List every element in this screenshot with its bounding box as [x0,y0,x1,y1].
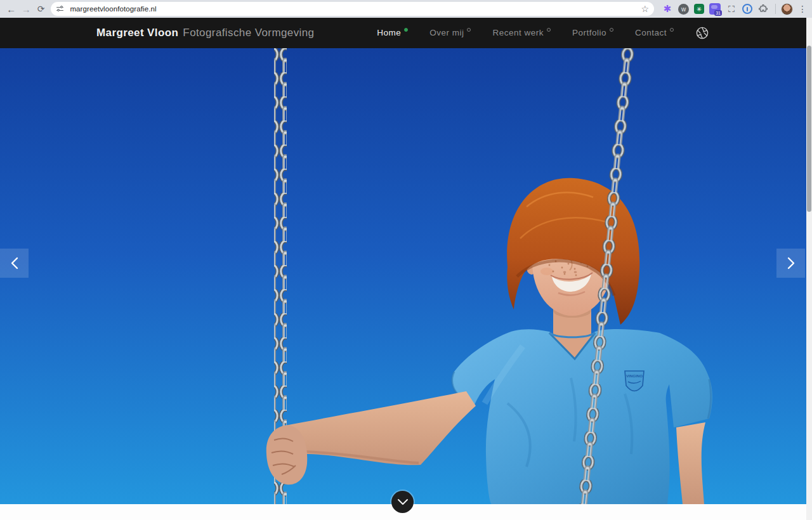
inactive-ring-icon [670,28,674,32]
extensions-row: ✱ w ✳ 31 ⛶ [662,3,776,15]
nav-item-portfolio[interactable]: Portfolio [572,27,613,39]
bookmark-star-icon[interactable]: ☆ [641,4,649,14]
address-bar[interactable]: margreetvloonfotografie.nl ☆ [51,2,654,16]
calendar-extension-icon[interactable]: 31 [709,3,721,15]
page-scrollbar-thumb[interactable] [807,46,811,212]
chevron-left-icon [10,256,20,270]
carousel-prev-button[interactable] [0,249,29,278]
nav-item-over-mij[interactable]: Over mij [429,27,471,39]
site-header: Margreet Vloon Fotografische Vormgeving … [0,18,806,48]
carousel-next-button[interactable] [776,249,805,278]
chevron-down-icon [397,498,409,506]
url-text[interactable]: margreetvloonfotografie.nl [70,5,641,13]
nav-item-recent-werk[interactable]: Recent werk [492,27,551,39]
reload-button[interactable]: ⟳ [34,1,48,16]
camera-aperture-icon[interactable] [695,26,709,40]
nav-item-home[interactable]: Home [377,27,408,39]
inactive-ring-icon [547,28,551,32]
shirt-logo-text: VINGINO [626,374,643,378]
screenshot-extension-icon[interactable]: ⛶ [726,3,737,15]
green-extension-icon[interactable]: ✳ [694,4,704,14]
brand-primary: Margreet Vloon [96,27,178,39]
main-navigation: Home Over mij Recent werk Portfolio Cont… [377,18,709,48]
shirt-brand-badge: VINGINO [625,371,644,391]
browser-toolbar: ← → ⟳ margreetvloonfotografie.nl ☆ ✱ w ✳… [0,0,812,18]
scroll-down-button[interactable] [391,491,414,513]
site-settings-icon[interactable] [56,4,65,14]
cloud-icon [711,5,717,9]
inactive-ring-icon [467,28,471,32]
toolbar-divider [775,4,776,14]
active-dot-icon [404,28,408,32]
nav-label: Portfolio [572,27,606,39]
forward-button[interactable]: → [18,1,33,16]
chevron-right-icon [786,256,796,270]
nav-item-contact[interactable]: Contact [635,27,674,39]
back-button[interactable]: ← [4,1,18,16]
nav-label: Over mij [429,27,464,39]
nav-label: Recent werk [492,27,544,39]
hero-photo-boy-on-swing: VINGINO [0,48,806,504]
page-scrollbar-track[interactable] [806,18,812,520]
w-extension-icon[interactable]: w [678,4,689,15]
site-logo[interactable]: Margreet Vloon Fotografische Vormgeving [96,18,314,48]
flower-extension-icon[interactable]: ✱ [662,3,673,15]
nav-label: Home [377,27,401,39]
inactive-ring-icon [610,28,613,32]
extensions-puzzle-icon[interactable] [757,3,769,15]
calendar-badge: 31 [714,10,722,16]
nav-label: Contact [635,27,667,39]
browser-window: ← → ⟳ margreetvloonfotografie.nl ☆ ✱ w ✳… [0,0,812,520]
profile-avatar[interactable] [781,3,793,15]
blue-ring-extension-icon[interactable] [742,4,752,14]
browser-menu-icon[interactable]: ⋮ [798,4,807,14]
hero-carousel-slide: VINGINO [0,48,806,504]
brand-secondary: Fotografische Vormgeving [183,27,314,39]
